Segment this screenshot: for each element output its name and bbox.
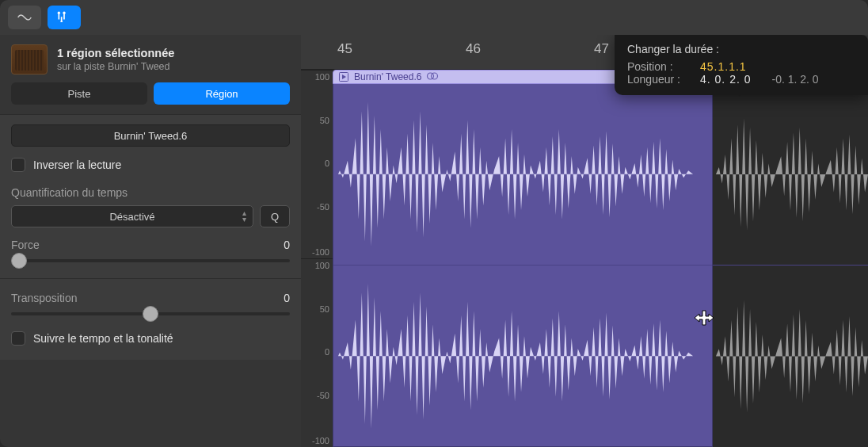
editor-toolbar (0, 0, 868, 35)
tooltip-length-value: 4. 0. 2. 0 (700, 73, 751, 86)
tooltip-title: Changer la durée : (627, 43, 855, 55)
quantize-dropdown[interactable]: Désactivé ▴▾ (11, 205, 253, 227)
region-name-label: Burnin' Tweed.6 (354, 71, 421, 82)
tooltip-length-label: Longueur : (627, 73, 694, 86)
reverse-playback-checkbox[interactable] (11, 158, 25, 172)
amplitude-scale: 100 50 0 -50 -100 100 50 0 -50 -100 (301, 70, 333, 447)
ruler-bar: 47 (594, 35, 609, 69)
transpose-value[interactable]: 0 (284, 292, 290, 304)
tooltip-position-value: 45.1.1.1 (700, 60, 747, 73)
region-name-field[interactable]: Burnin' Tweed.6 (11, 124, 290, 147)
adjacent-region-preview (713, 84, 868, 447)
length-tooltip: Changer la durée : Position : 45.1.1.1 L… (615, 35, 868, 95)
tooltip-length-delta: -0. 1. 2. 0 (771, 73, 818, 86)
svg-point-4 (432, 73, 438, 79)
audio-region[interactable] (333, 84, 713, 447)
waveform-right (333, 266, 712, 447)
region-play-icon[interactable] (338, 72, 349, 82)
transpose-label: Transposition (11, 292, 78, 304)
chevron-updown-icon: ▴▾ (242, 210, 246, 223)
quantize-section-label: Quantification du temps (11, 186, 290, 199)
quantize-value: Désactivé (109, 211, 154, 223)
inspector-subtitle: sur la piste Burnin' Tweed (57, 61, 174, 72)
strength-label: Force (11, 239, 40, 251)
follow-tempo-checkbox[interactable] (11, 331, 25, 346)
region-inspector: 1 région sélectionnée sur la piste Burni… (0, 35, 301, 447)
track-amp-icon (11, 44, 48, 74)
ruler-bar: 46 (466, 35, 481, 69)
reverse-playback-label: Inverser la lecture (33, 159, 121, 171)
inspector-title: 1 région sélectionnée (57, 47, 174, 59)
waveform-left (333, 84, 712, 266)
tab-region[interactable]: Région (154, 82, 290, 105)
svg-point-1 (63, 12, 65, 14)
audio-editor: 45 46 47 100 50 0 -50 -100 100 50 0 -50 (301, 35, 868, 447)
tooltip-position-label: Position : (627, 60, 694, 73)
strength-slider[interactable] (11, 259, 290, 262)
ruler-bar: 45 (337, 35, 352, 69)
follow-tempo-label: Suivre le tempo et la tonalité (33, 332, 173, 345)
stereo-icon (426, 71, 439, 83)
transpose-slider[interactable] (11, 312, 290, 315)
svg-point-0 (58, 12, 60, 14)
pointer-tool-button[interactable] (8, 6, 41, 29)
catch-tool-button[interactable] (48, 6, 81, 29)
tab-track[interactable]: Piste (11, 82, 147, 105)
quantize-apply-button[interactable]: Q (260, 205, 290, 227)
strength-value[interactable]: 0 (284, 239, 290, 251)
